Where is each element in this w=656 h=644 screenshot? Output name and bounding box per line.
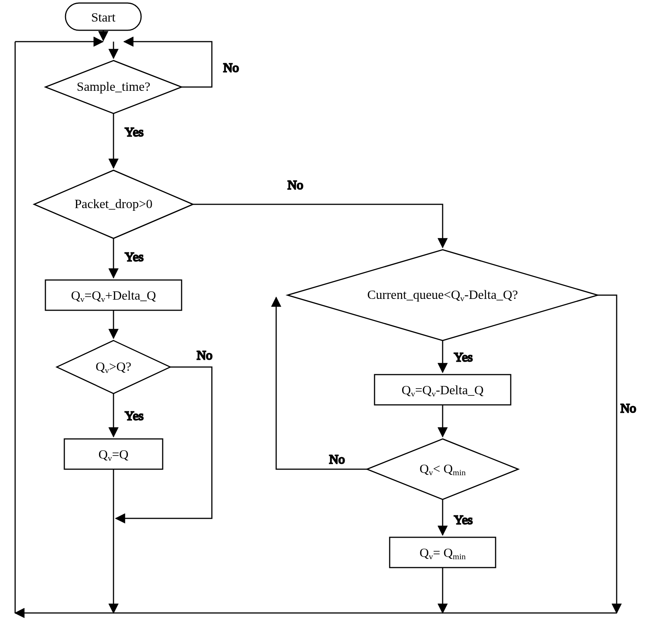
node-qv-eq-q: Qv=Q bbox=[64, 439, 163, 469]
node-start: Start bbox=[65, 3, 141, 30]
current-queue-label: Current_queue<Qv-Delta_Q? bbox=[367, 288, 518, 303]
label-ltmin-yes: Yes bbox=[454, 513, 473, 527]
label-current-yes: Yes bbox=[454, 350, 473, 364]
edge-current-no bbox=[598, 295, 617, 613]
label-ltmin-no: No bbox=[329, 452, 345, 466]
label-sample-yes: Yes bbox=[125, 125, 143, 139]
label-packet-yes: Yes bbox=[125, 250, 143, 264]
label-current-no: No bbox=[620, 401, 636, 415]
flowchart: Start Sample_time? Packet_drop>0 Qv=Qv+D… bbox=[0, 0, 656, 644]
packet-drop-label: Packet_drop>0 bbox=[75, 197, 152, 211]
label-gtq-yes: Yes bbox=[125, 409, 143, 423]
label-gtq-no: No bbox=[197, 348, 213, 362]
node-current-queue: Current_queue<Qv-Delta_Q? bbox=[288, 250, 598, 341]
edge-ltmin-no-loop bbox=[276, 297, 367, 469]
edge-packet-no-current bbox=[193, 204, 443, 247]
label-packet-no: No bbox=[288, 178, 303, 192]
node-qv-gt-q: Qv>Q? bbox=[57, 341, 170, 394]
sample-time-label: Sample_time? bbox=[77, 79, 151, 93]
qv-gt-q-label: Qv>Q? bbox=[96, 359, 131, 375]
start-label: Start bbox=[91, 10, 116, 24]
node-qv-eq-qmin: Qv= Qmin bbox=[390, 537, 496, 568]
label-sample-no: No bbox=[223, 61, 239, 75]
node-sample-time: Sample_time? bbox=[45, 61, 182, 114]
qv-eq-q-label: Qv=Q bbox=[98, 447, 128, 463]
node-packet-drop: Packet_drop>0 bbox=[34, 170, 193, 238]
node-qv-plus: Qv=Qv+Delta_Q bbox=[45, 280, 182, 310]
node-qv-minus: Qv=Qv-Delta_Q bbox=[375, 375, 511, 405]
node-qv-lt-qmin: Qv< Qmin bbox=[367, 439, 518, 499]
